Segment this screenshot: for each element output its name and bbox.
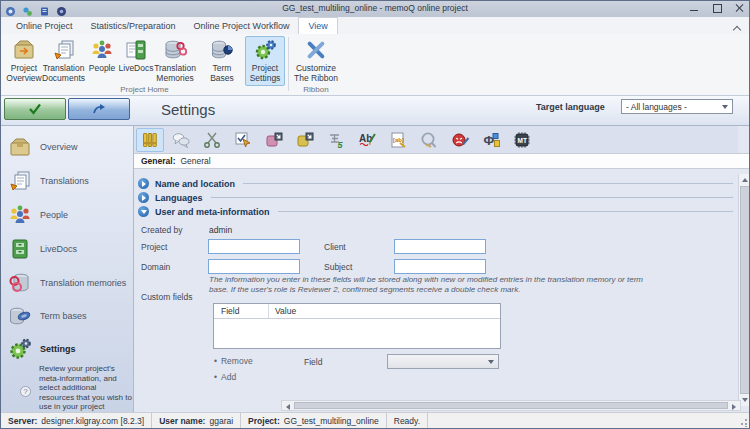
overview-icon — [8, 135, 32, 159]
domain-field-label: Domain — [141, 262, 170, 272]
section-languages[interactable]: Languages — [138, 191, 733, 204]
ribbon-button-label: People — [89, 64, 115, 74]
sidebar-item-overview[interactable]: Overview — [1, 134, 134, 160]
non-translatable-lists-icon[interactable]: 5 — [322, 128, 350, 152]
horizontal-scrollbar[interactable] — [281, 400, 741, 411]
maximize-button[interactable] — [712, 3, 722, 13]
project-label: Project: — [248, 416, 280, 426]
section-name-and-location[interactable]: Name and location — [138, 177, 733, 190]
project-settings-icon — [253, 38, 277, 62]
font-substitution-icon[interactable]: Φ — [477, 128, 505, 152]
people-button[interactable]: People — [86, 36, 118, 86]
segmentation-rules-icon[interactable] — [198, 128, 226, 152]
scroll-down-icon[interactable] — [742, 398, 748, 402]
minimize-button[interactable] — [689, 3, 699, 13]
settings-icon — [8, 337, 32, 361]
people-icon — [90, 38, 114, 62]
custom-fields-label: Custom fields — [141, 292, 193, 302]
translation-documents-button[interactable]: Translation Documents — [37, 36, 90, 86]
chevron-down-icon — [722, 105, 728, 109]
switch-window-button[interactable] — [68, 98, 130, 120]
collapse-ribbon-icon[interactable] — [734, 24, 741, 31]
project-overview-icon — [12, 38, 36, 62]
sidebar-item-label: Overview — [40, 142, 78, 152]
ribbon-button-label: Term Bases — [201, 64, 243, 83]
mt-settings-icon[interactable]: MT — [508, 128, 536, 152]
export-path-rules-icon[interactable]: [ab] — [384, 128, 412, 152]
remove-link[interactable]: Remove — [214, 356, 253, 366]
confirm-button[interactable] — [4, 98, 66, 120]
translation-memories-button[interactable]: Translation Memories — [151, 36, 199, 86]
project-input[interactable] — [208, 239, 300, 254]
ribbon-button-label: Translation Memories — [152, 64, 198, 83]
sidebar-item-translations[interactable]: Translations — [1, 168, 134, 194]
sidebar-item-translation-memories[interactable]: Translation memories — [1, 270, 134, 296]
field-dropdown[interactable] — [387, 354, 499, 369]
auto-translation-rules-icon[interactable] — [229, 128, 257, 152]
tab-statistics-preparation[interactable]: Statistics/Preparation — [82, 17, 185, 34]
sidebar-item-livedocs[interactable]: LiveDocs — [1, 236, 134, 262]
scroll-up-icon[interactable] — [742, 178, 748, 182]
ribbon-button-label: Translation Documents — [38, 64, 89, 83]
subject-field-label: Subject — [324, 262, 352, 272]
tab-online-project[interactable]: Online Project — [7, 17, 82, 34]
tab-view[interactable]: View — [298, 17, 337, 34]
close-button[interactable] — [735, 3, 745, 13]
scroll-right-icon[interactable] — [732, 404, 736, 410]
section-user-and-meta-information[interactable]: User and meta-information — [138, 205, 733, 218]
project-field-label: Project — [141, 242, 167, 252]
user-name-value: ggarai — [209, 416, 233, 426]
svg-text:5: 5 — [338, 140, 344, 150]
target-language-dropdown[interactable]: - All languages - — [621, 99, 733, 114]
communication-settings-icon[interactable] — [167, 128, 195, 152]
sidebar-item-settings[interactable]: Settings — [1, 336, 134, 362]
horizontal-scrollbar-thumb[interactable] — [294, 402, 728, 409]
project-settings-button[interactable]: Project Settings — [245, 36, 285, 86]
status-user: User name: ggarai — [152, 413, 241, 429]
domain-input[interactable] — [208, 259, 300, 274]
translation-memories-icon — [8, 271, 32, 295]
section-rule — [211, 197, 733, 198]
vertical-scrollbar-thumb[interactable] — [740, 186, 750, 394]
subject-input[interactable] — [394, 259, 486, 274]
client-input[interactable] — [394, 239, 486, 254]
svg-text:MT: MT — [518, 137, 527, 144]
settings-panel: 5 Ab [ab] Φ MT General: General Name and… — [134, 126, 750, 412]
tm-settings-icon[interactable] — [260, 128, 288, 152]
general-settings-icon[interactable] — [136, 128, 164, 152]
collapse-icon[interactable] — [138, 206, 149, 217]
status-project: Project: GG_test_multiling_online — [241, 413, 387, 429]
customize-ribbon-button[interactable]: Customize The Ribbon — [291, 36, 341, 86]
target-language-label: Target language — [536, 102, 605, 112]
title-bar: GG_test_multiling_online - memoQ online … — [1, 1, 749, 17]
status-server: Server: designer.kilgray.com [8.2.3] — [1, 413, 152, 429]
column-value: Value — [269, 304, 500, 318]
help-icon: ? — [20, 386, 31, 397]
term-bases-button[interactable]: Term Bases — [200, 36, 244, 86]
sidebar-item-term-bases[interactable]: Term bases — [1, 303, 134, 329]
ignore-lists-icon[interactable]: Ab — [353, 128, 381, 152]
add-link[interactable]: Add — [214, 372, 236, 382]
ribbon-group-separator — [288, 37, 289, 91]
vertical-scrollbar[interactable] — [738, 174, 750, 406]
sidebar-item-label: Settings — [40, 344, 76, 354]
qa-settings-icon[interactable] — [415, 128, 443, 152]
livedocs-icon — [124, 38, 148, 62]
ribbon-group-ribbon: Ribbon — [289, 85, 343, 94]
resize-grip[interactable] — [739, 419, 747, 427]
expand-icon[interactable] — [138, 178, 149, 189]
category-value: General — [181, 156, 211, 166]
settings-category-toolbar: 5 Ab [ab] Φ MT — [134, 126, 738, 153]
livedocs-button[interactable]: LiveDocs — [116, 36, 156, 86]
sidebar-item-label: Translation memories — [40, 278, 126, 288]
tab-online-project-workflow[interactable]: Online Project Workflow — [185, 17, 299, 34]
scroll-left-icon[interactable] — [286, 404, 290, 410]
lqa-models-icon[interactable] — [446, 128, 474, 152]
meta-info-note: The information you enter in these field… — [209, 275, 643, 295]
expand-icon[interactable] — [138, 192, 149, 203]
custom-fields-table[interactable]: Field Value — [213, 303, 501, 349]
sidebar-item-label: LiveDocs — [40, 244, 77, 254]
sidebar-item-people[interactable]: People — [1, 202, 134, 228]
livedocs-settings-icon[interactable] — [291, 128, 319, 152]
term-bases-icon — [210, 38, 234, 62]
